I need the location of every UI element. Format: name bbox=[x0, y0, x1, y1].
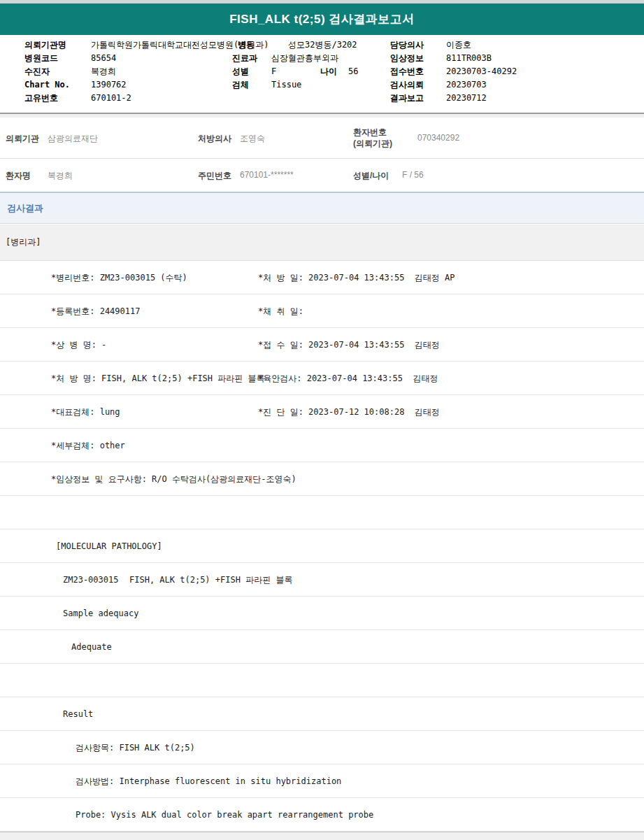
prescription-date: *처 방 일: 2023-07-04 13:43:55 김태정 AP bbox=[258, 273, 455, 283]
case-number: ZM23-003015 bbox=[63, 575, 118, 585]
report-row-empty bbox=[0, 664, 644, 697]
report-page: FISH_ALK t(2;5) 검사결과보고서 의뢰기관명 가톨릭학원가톨릭대학… bbox=[0, 0, 644, 840]
result-header: Result bbox=[63, 709, 93, 719]
label-sex-age: 성별/나이 bbox=[353, 170, 389, 182]
label-prescribing-doctor: 처방의사 bbox=[198, 133, 231, 145]
footer-strip bbox=[0, 832, 644, 840]
report-row: Result bbox=[0, 697, 644, 731]
section-title: 검사결과 bbox=[7, 202, 43, 215]
field-value-request-date: 20230703 bbox=[446, 80, 487, 90]
field-value-specimen: Tissue bbox=[271, 80, 301, 90]
label-resident-no: 주민번호 bbox=[198, 170, 231, 182]
detail-specimen: *세부검체: other bbox=[51, 441, 125, 450]
field-label-report-date: 결과보고 bbox=[390, 93, 424, 103]
test-item: 검사항목: FISH ALK t(2;5) bbox=[76, 743, 195, 753]
value-patient-no: 070340292 bbox=[417, 133, 459, 143]
field-label-doctor: 담당의사 bbox=[390, 40, 424, 50]
collection-date: *채 취 일: bbox=[258, 306, 303, 316]
report-row: Probe: Vysis ALK dual color break apart … bbox=[0, 798, 644, 832]
field-label-sex: 성별 bbox=[232, 66, 249, 76]
department-label: [병리과] bbox=[6, 236, 41, 248]
field-value-doctor: 이종호 bbox=[446, 40, 471, 50]
label-patient-no-line1: 환자번호 bbox=[353, 127, 387, 138]
field-value-accession-no: 20230703-40292 bbox=[446, 66, 517, 76]
sample-adequacy-value: Adequate bbox=[71, 642, 112, 652]
field-label-specimen: 검체 bbox=[232, 80, 249, 90]
report-row: *상 병 명: - *접 수 일: 2023-07-04 13:43:55 김태… bbox=[0, 328, 644, 362]
field-label-accession-no: 접수번호 bbox=[390, 66, 424, 76]
field-value-report-date: 20230712 bbox=[446, 93, 487, 103]
value-sex-age: F / 56 bbox=[402, 170, 424, 180]
probe-info: Probe: Vysis ALK dual color break apart … bbox=[76, 810, 373, 820]
field-value-age: 56 bbox=[348, 66, 358, 76]
field-value-department: 심장혈관흉부외과 bbox=[271, 53, 338, 63]
label-patient-no-line2: (의뢰기관) bbox=[353, 138, 392, 150]
field-value-sex: F bbox=[271, 66, 276, 76]
department-band: [병리과] bbox=[0, 225, 644, 261]
field-value-unique-no: 670101-2 bbox=[91, 93, 131, 103]
field-label-age: 나이 bbox=[320, 66, 337, 76]
test-method: 검사방법: Interphase fluorescent in situ hyb… bbox=[76, 776, 341, 786]
report-row: [MOLECULAR PATHOLOGY] bbox=[0, 529, 644, 563]
disease-name: *상 병 명: - bbox=[51, 340, 106, 350]
sample-adequacy-header: Sample adequacy bbox=[63, 608, 138, 618]
pathology-no: *병리번호: ZM23-003015 (수탁) bbox=[51, 273, 187, 283]
section-header-results: 검사결과 bbox=[0, 192, 644, 224]
field-label-request-date: 검사의뢰 bbox=[390, 80, 424, 90]
field-value-examinee: 복경희 bbox=[91, 66, 116, 76]
value-patient-name: 복경희 bbox=[48, 170, 73, 182]
receipt-date: *접 수 일: 2023-07-04 13:43:55 김태정 bbox=[258, 340, 440, 350]
field-label-referral-org: 의뢰기관명 bbox=[24, 40, 66, 50]
gross-exam-date: *육안검사: 2023-07-04 13:43:55 김태정 bbox=[258, 373, 438, 383]
report-row: *처 방 명: FISH, ALK t(2;5) +FISH 파라핀 블록 *육… bbox=[0, 362, 644, 395]
report-row: *병리번호: ZM23-003015 (수탁) *처 방 일: 2023-07-… bbox=[0, 261, 644, 294]
report-row: 검사항목: FISH ALK t(2;5) bbox=[0, 731, 644, 764]
value-resident-no: 670101-******* bbox=[240, 170, 294, 180]
report-row: *등록번호: 24490117 *채 취 일: bbox=[0, 294, 644, 328]
field-label-chart-no: Chart No. bbox=[24, 80, 70, 90]
field-label-clinical-info: 임상정보 bbox=[390, 53, 424, 63]
field-value-ward: 성모32병동/3202 bbox=[288, 40, 357, 50]
report-row: 검사방법: Interphase fluorescent in situ hyb… bbox=[0, 764, 644, 798]
label-referral-org: 의뢰기관 bbox=[6, 133, 39, 145]
field-label-examinee: 수진자 bbox=[24, 66, 50, 76]
prescription-name: *처 방 명: FISH, ALK t(2;5) +FISH 파라핀 블록 bbox=[51, 373, 265, 383]
report-row: Adequate bbox=[0, 630, 644, 664]
representative-specimen: *대표검체: lung bbox=[51, 407, 120, 417]
field-label-department: 진료과 bbox=[232, 53, 257, 63]
field-value-chart-no: 1390762 bbox=[91, 80, 127, 90]
field-label-hospital-code: 병원코드 bbox=[24, 53, 58, 63]
report-title-bar: FISH_ALK t(2;5) 검사결과보고서 bbox=[0, 3, 644, 35]
table-row: 환자명 복경희 주민번호 670101-******* 성별/나이 F / 56 bbox=[0, 159, 644, 191]
label-patient-name: 환자명 bbox=[6, 170, 31, 182]
test-name: FISH, ALK t(2;5) +FISH 파라핀 블록 bbox=[129, 575, 292, 585]
report-row: *임상정보 및 요구사항: R/O 수탁검사(삼광의료재단-조영숙) bbox=[0, 462, 644, 496]
table-row: 의뢰기관 삼광의료재단 처방의사 조영숙 환자번호 (의뢰기관) 0703402… bbox=[0, 118, 644, 159]
field-label-ward: 병동 bbox=[238, 40, 255, 50]
diagnosis-date: *진 단 일: 2023-07-12 10:08:28 김태정 bbox=[258, 407, 440, 417]
id-header-block: 의뢰기관명 가톨릭학원가톨릭대학교대전성모병원(병리과) 병원코드 85654 … bbox=[0, 38, 644, 113]
field-label-unique-no: 고유번호 bbox=[24, 93, 58, 103]
patient-info-table: 의뢰기관 삼광의료재단 처방의사 조영숙 환자번호 (의뢰기관) 0703402… bbox=[0, 113, 644, 192]
report-row: *대표검체: lung *진 단 일: 2023-07-12 10:08:28 … bbox=[0, 395, 644, 429]
report-body: *병리번호: ZM23-003015 (수탁) *처 방 일: 2023-07-… bbox=[0, 261, 644, 832]
field-value-clinical-info: 811TR003B bbox=[446, 53, 492, 63]
page-title: FISH_ALK t(2;5) 검사결과보고서 bbox=[229, 11, 415, 27]
report-row: *세부검체: other bbox=[0, 429, 644, 462]
value-referral-org: 삼광의료재단 bbox=[48, 133, 98, 145]
value-prescribing-doctor: 조영숙 bbox=[240, 133, 265, 145]
report-row: ZM23-003015 FISH, ALK t(2;5) +FISH 파라핀 블… bbox=[0, 563, 644, 597]
field-value-hospital-code: 85654 bbox=[91, 53, 116, 63]
registration-no: *등록번호: 24490117 bbox=[51, 306, 140, 316]
clinical-info-request: *임상정보 및 요구사항: R/O 수탁검사(삼광의료재단-조영숙) bbox=[51, 474, 296, 484]
report-row-empty bbox=[0, 496, 644, 529]
molecular-pathology-header: [MOLECULAR PATHOLOGY] bbox=[56, 541, 162, 551]
report-row: Sample adequacy bbox=[0, 597, 644, 630]
